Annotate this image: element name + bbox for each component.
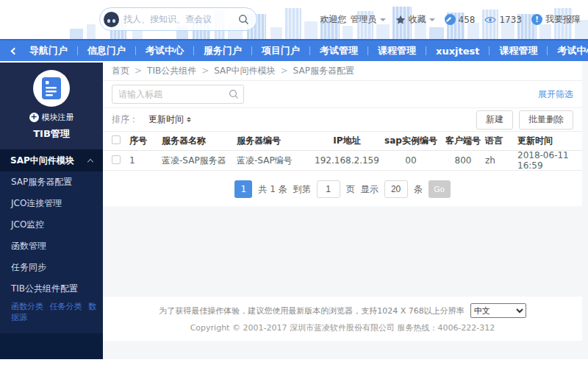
size-unit-label: 条 [414, 183, 423, 196]
cell-language: zh [485, 155, 517, 166]
filter-row: 展开筛选 [103, 81, 582, 108]
favorites-label: 收藏 [409, 13, 426, 26]
goto-label: 到第 [293, 183, 311, 196]
table-header-row: 序号 服务器名称 服务器编号 IP地址 sap实例编号 客户端号 语言 更新时间 [103, 132, 582, 151]
module-register-button[interactable]: + 模块注册 [0, 112, 103, 123]
nav-item-6[interactable]: 课程管理 [368, 44, 426, 57]
cell-server-no: 蓝凌-SAP编号 [237, 155, 313, 167]
title-search-input[interactable] [112, 85, 244, 104]
sidebar-item-jco-monitor[interactable]: JCO监控 [0, 214, 103, 236]
sidebar-item-tib-component-config[interactable]: TIB公共组件配置 [0, 278, 103, 300]
breadcrumb-home[interactable]: 首页 [112, 65, 129, 77]
module-avatar [33, 70, 70, 107]
nav-item-7[interactable]: xuxjtest [426, 46, 489, 57]
title-search [112, 85, 244, 104]
bottom-strip [0, 359, 588, 368]
column-header-client-no[interactable]: 客户端号 [441, 135, 485, 147]
column-header-ip[interactable]: IP地址 [313, 135, 381, 147]
user-menu[interactable]: 管理员 [351, 13, 386, 26]
star-icon [395, 15, 406, 25]
nav-item-2[interactable]: 考试中心 [136, 44, 193, 57]
chevron-down-icon [380, 18, 386, 24]
sort-value: 更新时间 [148, 113, 184, 126]
breadcrumb: 首页 > TIB公共组件 > SAP中间件模块 > SAP服务器配置 [103, 61, 582, 81]
cell-client-no: 800 [441, 155, 485, 166]
sort-arrows-icon [187, 115, 191, 125]
sidebar-item-sap-server-config[interactable]: SAP服务器配置 [0, 171, 103, 193]
show-label: 显示 [361, 183, 379, 196]
module-register-label: 模块注册 [42, 112, 74, 123]
sidebar-item-task-sync[interactable]: 任务同步 [0, 257, 103, 278]
sidebar-link-function-category[interactable]: 函数分类 [11, 302, 43, 311]
pagination: 1 共 1 条 到第 页 显示 条 Go [103, 180, 582, 199]
view-count: 1733 [499, 15, 522, 25]
language-select[interactable]: 中文 [470, 303, 526, 318]
column-header-sap-instance[interactable]: sap实例编号 [381, 135, 441, 147]
nav-item-5[interactable]: 考试管理 [310, 44, 368, 57]
nav-item-3[interactable]: 服务门户 [194, 44, 251, 57]
page-footer: 为了获得最佳操作体验，建议您使用最新版本的浏览器，支持1024 X 768以上分… [103, 297, 582, 341]
cell-ip: 192.168.2.159 [313, 155, 381, 166]
new-button[interactable]: 新建 [476, 110, 513, 130]
column-header-update-time[interactable]: 更新时间 [517, 135, 573, 147]
sort-label: 排序： [112, 113, 138, 126]
nav-scroll-left-icon[interactable] [11, 47, 18, 54]
cell-server-name: 蓝凌-SAP服务器 [162, 155, 237, 167]
column-header-index[interactable]: 序号 [129, 135, 162, 147]
page-unit-label: 页 [346, 183, 355, 196]
nav-item-4[interactable]: 项目门户 [252, 44, 309, 57]
sidebar-item-jco-connection[interactable]: JCO连接管理 [0, 193, 103, 214]
edit-counter[interactable]: 458 [445, 14, 476, 25]
search-icon[interactable] [238, 14, 249, 25]
sidebar-section-sap-middleware[interactable]: SAP中间件模块 [0, 149, 103, 171]
eye-icon [484, 15, 496, 24]
column-header-server-no[interactable]: 服务器编号 [237, 135, 313, 147]
chevron-down-icon [429, 18, 435, 24]
table-row[interactable]: 1 蓝凌-SAP服务器 蓝凌-SAP编号 192.168.2.159 00 80… [103, 151, 582, 171]
main-content: 首页 > TIB公共组件 > SAP中间件模块 > SAP服务器配置 展开筛选 [103, 61, 588, 359]
sidebar-menu: SAP服务器配置 JCO连接管理 JCO监控 函数管理 任务同步 TIB公共组件… [0, 171, 103, 333]
breadcrumb-tib-component[interactable]: TIB公共组件 [147, 65, 196, 77]
sidebar-item-function-management[interactable]: 函数管理 [0, 236, 103, 257]
nav-item-8[interactable]: 课程管理 [490, 44, 547, 57]
sort-selector[interactable]: 更新时间 [148, 113, 191, 126]
document-icon [42, 77, 61, 99]
nav-item-1[interactable]: 信息门户 [78, 44, 135, 57]
row-checkbox[interactable] [112, 155, 121, 164]
favorites-menu[interactable]: 收藏 [395, 13, 435, 26]
sidebar: + 模块注册 TIB管理 SAP中间件模块 SAP服务器配置 JCO连接管理 J… [0, 63, 103, 359]
view-counter[interactable]: 1733 [484, 15, 522, 25]
report-fault[interactable]: ! 我要报障 [531, 13, 581, 26]
global-search[interactable] [99, 7, 257, 31]
search-icon[interactable] [229, 89, 239, 99]
batch-delete-button[interactable]: 批量删除 [519, 110, 573, 130]
username: 管理员 [351, 13, 377, 26]
select-all-checkbox[interactable] [112, 135, 121, 144]
column-header-language[interactable]: 语言 [485, 135, 517, 147]
user-toolbar: 欢迎您 管理员 收藏 458 [311, 0, 581, 39]
go-button[interactable]: Go [429, 180, 451, 198]
sidebar-link-task-category[interactable]: 任务分类 [50, 302, 82, 311]
main-navbar: 导航门户 信息门户 考试中心 服务门户 项目门户 考试管理 课程管理 xuxjt… [0, 39, 588, 61]
pencil-icon [445, 14, 456, 25]
sidebar-app-block: + 模块注册 TIB管理 [0, 63, 103, 149]
breadcrumb-separator: > [281, 66, 288, 76]
plus-circle-icon: + [29, 113, 39, 122]
app-root: 欢迎您 管理员 收藏 458 [0, 0, 588, 368]
robot-assistant-icon[interactable] [104, 12, 119, 27]
breadcrumb-current: SAP服务器配置 [293, 65, 354, 77]
breadcrumb-separator: > [135, 66, 142, 76]
content-card: 首页 > TIB公共组件 > SAP中间件模块 > SAP服务器配置 展开筛选 [103, 61, 582, 206]
global-search-input[interactable] [119, 14, 238, 24]
chevron-up-icon [87, 158, 93, 164]
expand-filter-link[interactable]: 展开筛选 [538, 88, 573, 101]
nav-item-9[interactable]: 考试中心 [548, 44, 588, 57]
column-header-server-name[interactable]: 服务器名称 [162, 135, 237, 147]
nav-item-0[interactable]: 导航门户 [20, 44, 77, 57]
edit-count: 458 [459, 15, 476, 25]
page-size-input[interactable] [384, 180, 408, 198]
goto-page-input[interactable] [317, 180, 340, 198]
breadcrumb-sap-middleware[interactable]: SAP中间件模块 [214, 65, 275, 77]
page-button-1[interactable]: 1 [234, 180, 252, 198]
exclamation-icon: ! [531, 14, 542, 25]
